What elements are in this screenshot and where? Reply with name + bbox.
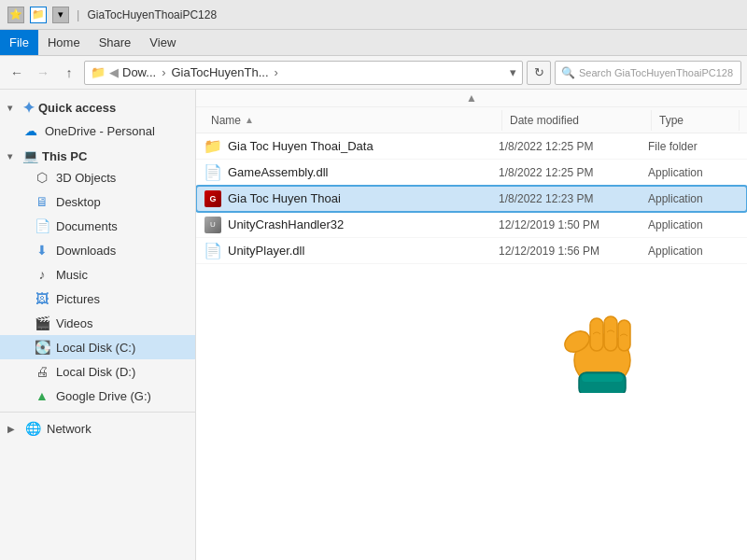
up-button[interactable]: ↑ xyxy=(58,62,80,84)
hand-cursor-overlay xyxy=(551,272,663,393)
file-name-1: GameAssembly.dll xyxy=(228,165,499,179)
network-expand: ▶ xyxy=(7,424,19,434)
forward-button[interactable]: → xyxy=(32,62,54,84)
exe2-file-icon: U xyxy=(204,216,222,234)
search-icon: 🔍 xyxy=(561,66,575,79)
sidebar: ▾ ✦ Quick access ☁ OneDrive - Personal ▾… xyxy=(0,90,196,560)
onedrive-icon: ☁ xyxy=(22,122,39,139)
file-name-4: UnityPlayer.dll xyxy=(228,244,499,258)
downloads-label: Downloads xyxy=(56,244,116,258)
title-sep: | xyxy=(77,7,79,21)
file-type-4: Application xyxy=(648,245,740,258)
pictures-icon: 🖼 xyxy=(34,290,50,307)
sidebar-item-googledrive[interactable]: ▲ Google Drive (G:) xyxy=(0,384,195,408)
file-row-1[interactable]: 📄 GameAssembly.dll 1/8/2022 12:25 PM App… xyxy=(196,160,747,186)
menu-share[interactable]: Share xyxy=(90,30,141,55)
documents-icon: 📄 xyxy=(34,217,50,234)
refresh-button[interactable]: ↻ xyxy=(527,61,551,85)
dll2-file-icon: 📄 xyxy=(204,242,222,260)
svg-rect-3 xyxy=(604,316,617,351)
content-area: ▲ Name ▲ Date modified Type 📁 Gia Toc Hu… xyxy=(196,90,747,560)
folder-file-icon: 📁 xyxy=(204,137,222,156)
sidebar-item-desktop[interactable]: 🖥 Desktop xyxy=(0,189,195,214)
quickaccess-label[interactable]: Quick access xyxy=(38,101,116,115)
file-date-0: 1/8/2022 12:25 PM xyxy=(499,140,648,153)
file-date-1: 1/8/2022 12:25 PM xyxy=(499,166,648,179)
search-bar[interactable]: 🔍 Search GiaTocHuyenThoaiPC128 xyxy=(555,61,741,85)
thispc-label[interactable]: This PC xyxy=(42,149,87,163)
sort-arrow-up: ▲ xyxy=(466,91,477,105)
menu-bar: File Home Share View xyxy=(0,30,747,56)
folder-icon: 📁 xyxy=(30,7,47,23)
menu-view[interactable]: View xyxy=(140,30,185,55)
3dobjects-icon: ⬡ xyxy=(34,169,50,186)
file-name-3: UnityCrashHandler32 xyxy=(228,217,499,231)
column-name[interactable]: Name ▲ xyxy=(204,110,502,131)
sidebar-item-pictures[interactable]: 🖼 Pictures xyxy=(0,287,195,311)
back-button[interactable]: ← xyxy=(6,62,28,84)
music-icon: ♪ xyxy=(34,266,50,283)
locald-icon: 🖨 xyxy=(34,363,50,380)
crumb-folder[interactable]: GiaTocHuyenTh... xyxy=(171,65,268,79)
toolbar: ← → ↑ 📁 ◀ Dow... › GiaTocHuyenTh... › ▾ … xyxy=(0,56,747,90)
col-date-label: Date modified xyxy=(510,114,579,127)
address-bar[interactable]: 📁 ◀ Dow... › GiaTocHuyenTh... › ▾ xyxy=(84,61,523,85)
col-type-label: Type xyxy=(659,114,684,127)
crumb-sep: › xyxy=(162,65,165,79)
documents-label: Documents xyxy=(56,219,118,233)
col-sort-icon: ▲ xyxy=(245,115,254,125)
sidebar-item-documents[interactable]: 📄 Documents xyxy=(0,214,195,238)
search-placeholder: Search GiaTocHuyenThoaiPC128 xyxy=(579,67,733,78)
file-name-2: Gia Toc Huyen Thoai xyxy=(228,191,499,205)
menu-file[interactable]: File xyxy=(0,30,38,55)
expand-icon2: ▾ xyxy=(7,151,19,161)
thispc-icon: 💻 xyxy=(22,148,38,163)
file-date-3: 12/12/2019 1:50 PM xyxy=(499,218,648,231)
svg-rect-2 xyxy=(590,318,603,351)
file-date-4: 12/12/2019 1:56 PM xyxy=(499,245,648,258)
localc-icon: 💽 xyxy=(34,339,50,356)
sidebar-item-onedrive[interactable]: ☁ OneDrive - Personal xyxy=(0,119,195,143)
address-dropdown[interactable]: ▾ xyxy=(510,65,516,79)
desktop-label: Desktop xyxy=(56,195,101,209)
star-icon: ✦ xyxy=(22,99,35,117)
network-label: Network xyxy=(47,422,92,436)
svg-point-1 xyxy=(561,327,593,356)
menu-home[interactable]: Home xyxy=(38,30,90,55)
file-row-0[interactable]: 📁 Gia Toc Huyen Thoai_Data 1/8/2022 12:2… xyxy=(196,133,747,160)
3dobjects-label: 3D Objects xyxy=(56,171,116,185)
localc-label: Local Disk (C:) xyxy=(56,341,135,355)
file-row-2[interactable]: G Gia Toc Huyen Thoai 1/8/2022 12:23 PM … xyxy=(196,186,747,212)
title-bar-icons: ⭐ 📁 ▾ xyxy=(7,7,69,23)
file-type-1: Application xyxy=(648,166,740,179)
column-type[interactable]: Type xyxy=(652,110,740,131)
sidebar-item-downloads[interactable]: ⬇ Downloads xyxy=(0,238,195,262)
pictures-label: Pictures xyxy=(56,292,100,306)
column-date-modified[interactable]: Date modified xyxy=(502,110,652,131)
expand-icon: ▾ xyxy=(7,103,19,113)
svg-rect-5 xyxy=(579,372,626,393)
crumb-dow[interactable]: Dow... xyxy=(122,65,156,79)
folder-icon-small: 📁 xyxy=(91,65,106,79)
sidebar-item-localc[interactable]: 💽 Local Disk (C:) xyxy=(0,335,195,359)
title-bar: ⭐ 📁 ▾ | GiaTocHuyenThoaiPC128 xyxy=(0,0,747,30)
sidebar-item-videos[interactable]: 🎬 Videos xyxy=(0,311,195,335)
col-name-label: Name xyxy=(211,114,241,127)
file-name-0: Gia Toc Huyen Thoai_Data xyxy=(228,139,499,153)
sidebar-section-quickaccess: ▾ ✦ Quick access xyxy=(0,93,195,119)
videos-label: Videos xyxy=(56,316,93,330)
dll-file-icon: 📄 xyxy=(204,163,222,182)
desktop-icon: 🖥 xyxy=(34,193,50,210)
svg-rect-4 xyxy=(618,320,630,351)
arrow-icon: ▾ xyxy=(52,7,69,23)
sidebar-section-thispc: ▾ 💻 This PC xyxy=(0,143,195,165)
sidebar-item-3dobjects[interactable]: ⬡ 3D Objects xyxy=(0,165,195,189)
file-type-0: File folder xyxy=(648,140,740,153)
sidebar-item-network[interactable]: ▶ 🌐 Network xyxy=(0,416,195,441)
sidebar-item-locald[interactable]: 🖨 Local Disk (D:) xyxy=(0,359,195,384)
file-row-3[interactable]: U UnityCrashHandler32 12/12/2019 1:50 PM… xyxy=(196,212,747,238)
downloads-icon: ⬇ xyxy=(34,242,50,259)
file-date-2: 1/8/2022 12:23 PM xyxy=(499,192,648,205)
sidebar-item-music[interactable]: ♪ Music xyxy=(0,262,195,287)
file-row-4[interactable]: 📄 UnityPlayer.dll 12/12/2019 1:56 PM App… xyxy=(196,238,747,264)
